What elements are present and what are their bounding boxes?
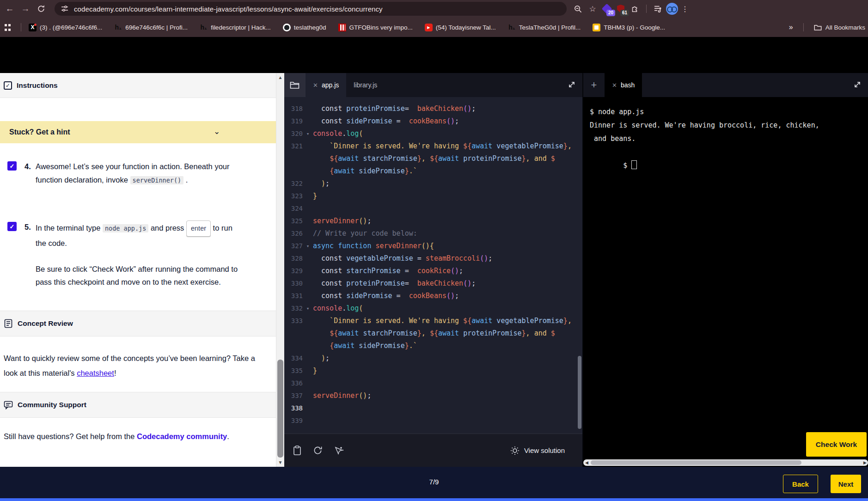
bookmark-item[interactable]: TBHM3 (p) - Google... — [593, 24, 665, 31]
scroll-left-icon[interactable]: ◀ — [585, 459, 588, 466]
extension-wappalyzer-icon[interactable]: 20 — [601, 3, 613, 15]
code-line[interactable]: ${await starchPromise}, ${await proteinP… — [284, 327, 582, 340]
text-link[interactable]: cheatsheet — [77, 369, 114, 377]
code-line[interactable]: 334 ); — [284, 352, 582, 365]
code-line[interactable]: 326// Write your code below: — [284, 227, 582, 240]
tab-app-js[interactable]: ✕ app.js — [306, 73, 346, 97]
bookmark-item[interactable]: X(3) . (@696e746c6f6... — [29, 24, 102, 31]
next-button[interactable]: Next — [831, 475, 861, 493]
all-bookmarks-button[interactable]: All Bookmarks — [814, 24, 865, 31]
fold-arrow-icon[interactable]: ▾ — [303, 128, 313, 140]
extensions-puzzle-icon[interactable] — [629, 3, 641, 15]
address-bar[interactable]: codecademy.com/courses/learn-intermediat… — [55, 2, 567, 16]
code-line[interactable]: 337serveDinner(); — [284, 390, 582, 402]
code-text: serveDinner(); — [313, 390, 582, 402]
code-line[interactable]: ${await starchPromise}, ${await proteinP… — [284, 153, 582, 165]
copy-code-icon[interactable] — [293, 446, 302, 456]
code-line[interactable]: 333 `Dinner is served. We're having ${aw… — [284, 315, 582, 327]
browser-profile-avatar[interactable] — [666, 3, 678, 15]
community-support-header[interactable]: Community Support — [0, 392, 284, 418]
fold-gutter — [303, 103, 313, 115]
code-line[interactable]: 319 const sidePromise = cookBeans(); — [284, 115, 582, 128]
scroll-up-icon[interactable]: ▲ — [276, 75, 284, 80]
reading-list-icon[interactable] — [652, 3, 664, 15]
scrollbar-thumb[interactable] — [277, 360, 283, 458]
close-icon[interactable]: ✕ — [313, 82, 318, 89]
file-tree-button[interactable] — [284, 73, 306, 97]
scroll-right-icon[interactable]: ▶ — [863, 459, 867, 466]
kebab-menu-icon[interactable]: ⋮ — [680, 5, 690, 13]
terminal-output[interactable]: $ node app.jsDinner is served. We're hav… — [583, 97, 868, 459]
code-line[interactable]: 339 — [284, 415, 582, 427]
fold-gutter — [303, 265, 313, 277]
close-icon[interactable]: ✕ — [612, 82, 617, 89]
code-line[interactable]: 321 `Dinner is served. We're having ${aw… — [284, 140, 582, 153]
scroll-down-icon[interactable]: ▼ — [276, 460, 284, 465]
code-line[interactable]: 332▾console.log( — [284, 302, 582, 315]
expand-terminal-icon[interactable] — [853, 80, 862, 89]
code-line[interactable]: {await sidePromise}.` — [284, 165, 582, 177]
fold-gutter — [303, 352, 313, 365]
code-line[interactable]: 335} — [284, 365, 582, 377]
inline-code: serveDinner() — [130, 176, 184, 184]
bookmark-item[interactable]: ▶(54) Todayisnew Tal... — [425, 24, 496, 31]
code-line[interactable]: 318 const proteinPromise= bakeChicken(); — [284, 103, 582, 115]
expand-editor-icon[interactable] — [568, 80, 576, 89]
editor-scrollbar-thumb[interactable] — [578, 356, 581, 429]
apps-grid-icon[interactable] — [5, 24, 11, 31]
checkpoint-complete-icon: ✓ — [7, 161, 17, 171]
fold-arrow-icon[interactable]: ▾ — [303, 240, 313, 252]
code-area[interactable]: 318 const proteinPromise= bakeChicken();… — [284, 97, 582, 434]
extension-shield-icon[interactable]: 61 — [615, 3, 627, 15]
zoom-icon[interactable] — [571, 5, 584, 13]
terminal-horizontal-scrollbar[interactable]: ◀ ▶ — [583, 459, 868, 466]
code-line[interactable]: 324 — [284, 202, 582, 215]
code-line[interactable]: 323} — [284, 190, 582, 202]
forward-icon[interactable]: → — [18, 4, 33, 14]
concept-review-header[interactable]: Concept Review — [0, 311, 284, 336]
line-number: 331 — [284, 290, 303, 302]
lightbulb-icon — [510, 446, 520, 455]
check-work-button[interactable]: Check Work — [806, 432, 867, 457]
reset-code-icon[interactable] — [313, 446, 323, 455]
code-line[interactable]: 336 — [284, 377, 582, 390]
url-text[interactable]: codecademy.com/courses/learn-intermediat… — [74, 5, 383, 13]
code-line[interactable]: 320▾console.log( — [284, 128, 582, 140]
code-line[interactable]: 328 const vegetablePromise = steamBrocco… — [284, 252, 582, 265]
bookmark-star-icon[interactable]: ☆ — [586, 4, 599, 14]
terminal-prompt[interactable]: $ — [590, 146, 868, 186]
get-hint-accordion[interactable]: Stuck? Get a hint ⌄ — [0, 121, 284, 143]
format-code-icon[interactable] — [334, 446, 344, 456]
instructions-section-header[interactable]: ✓ Instructions — [0, 73, 284, 98]
step-number: 5. — [24, 220, 36, 250]
bookmark-item[interactable]: h₁696e746c6f6c | Profi... — [114, 24, 188, 31]
gtfo-favicon-icon — [338, 24, 346, 31]
code-line[interactable]: 330 const proteinPromise= bakeChicken(); — [284, 277, 582, 290]
code-text: const vegetablePromise = steamBroccoli()… — [313, 252, 582, 265]
bookmark-item[interactable]: h₁TeslaTheG0d | Profil... — [508, 24, 581, 31]
code-line[interactable]: {await sidePromise}.` — [284, 340, 582, 352]
left-panel-scrollbar[interactable]: ▲ ▼ — [276, 73, 284, 467]
tab-bash[interactable]: ✕ bash — [605, 73, 642, 97]
bookmark-item[interactable]: h₁filedescriptor | Hack... — [200, 24, 271, 31]
code-line[interactable]: 331 const sidePromise = cookBeans(); — [284, 290, 582, 302]
code-line[interactable]: 338 — [284, 402, 582, 415]
code-line[interactable]: 322 ); — [284, 177, 582, 190]
code-text: ); — [313, 352, 582, 365]
code-line[interactable]: 325serveDinner(); — [284, 215, 582, 227]
new-terminal-icon[interactable]: + — [583, 73, 605, 97]
refresh-icon[interactable] — [33, 5, 49, 13]
back-icon[interactable]: ← — [2, 4, 18, 14]
scrollbar-thumb[interactable] — [591, 460, 801, 465]
view-solution-button[interactable]: View solution — [510, 446, 565, 455]
fold-arrow-icon[interactable]: ▾ — [303, 302, 313, 315]
bookmark-item[interactable]: teslatheg0d — [283, 24, 326, 31]
bookmarks-overflow-icon[interactable]: » — [789, 23, 793, 31]
code-line[interactable]: 327▾async function serveDinner(){ — [284, 240, 582, 252]
tab-library-js[interactable]: library.js — [346, 73, 385, 97]
code-line[interactable]: 329 const starchPromise = cookRice(); — [284, 265, 582, 277]
bookmark-item[interactable]: GTFOBins very impo... — [338, 24, 413, 31]
back-button[interactable]: Back — [783, 475, 818, 493]
text-link[interactable]: Codecademy community — [137, 432, 227, 440]
site-settings-icon[interactable] — [61, 5, 68, 12]
